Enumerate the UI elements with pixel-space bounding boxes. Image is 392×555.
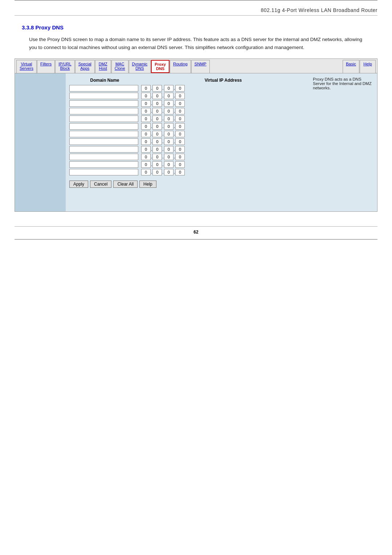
- ip-group-5: . . .: [141, 116, 185, 122]
- domain-input-7[interactable]: [69, 131, 138, 137]
- ip-octet-11-1[interactable]: [141, 161, 151, 168]
- section-title: 3.3.8 Proxy DNS: [22, 24, 377, 31]
- tab-virtual-servers[interactable]: VirtualServers: [16, 60, 37, 73]
- ip-octet-5-4[interactable]: [175, 116, 185, 122]
- tab-dynamic-dns[interactable]: DynamicDNS: [129, 60, 151, 73]
- ip-dot: .: [151, 109, 152, 114]
- ip-octet-12-1[interactable]: [141, 169, 151, 175]
- ip-octet-5-2[interactable]: [152, 116, 162, 122]
- ip-dot: .: [162, 124, 163, 129]
- ip-octet-12-3[interactable]: [164, 169, 173, 175]
- panel-left: [15, 73, 66, 211]
- ip-dot: .: [174, 131, 175, 137]
- domain-input-6[interactable]: [69, 123, 138, 130]
- ip-octet-4-2[interactable]: [152, 108, 162, 114]
- dns-row: . . .: [69, 100, 306, 107]
- ip-group-2: . . .: [141, 93, 185, 99]
- domain-input-12[interactable]: [69, 169, 138, 175]
- ip-dot: .: [162, 86, 163, 91]
- ip-octet-2-4[interactable]: [175, 93, 185, 99]
- ip-dot: .: [151, 154, 152, 159]
- ip-dot: .: [162, 170, 163, 175]
- cancel-button[interactable]: Cancel: [90, 181, 111, 188]
- ip-octet-4-3[interactable]: [164, 108, 173, 114]
- ip-octet-1-3[interactable]: [164, 85, 173, 92]
- dns-row: . . .: [69, 161, 306, 168]
- domain-input-8[interactable]: [69, 138, 138, 145]
- ip-octet-10-4[interactable]: [175, 154, 185, 160]
- ip-octet-6-3[interactable]: [164, 123, 173, 130]
- help-button[interactable]: Help: [139, 181, 156, 188]
- ip-octet-3-4[interactable]: [175, 100, 185, 107]
- ip-octet-3-1[interactable]: [141, 100, 151, 107]
- domain-input-11[interactable]: [69, 161, 138, 168]
- ip-octet-4-1[interactable]: [141, 108, 151, 114]
- ip-octet-2-2[interactable]: [152, 93, 162, 99]
- ip-dot: .: [151, 131, 152, 137]
- apply-button[interactable]: Apply: [69, 181, 88, 188]
- ip-octet-8-1[interactable]: [141, 138, 151, 145]
- ip-dot: .: [174, 139, 175, 144]
- ip-octet-10-1[interactable]: [141, 154, 151, 160]
- ip-octet-7-3[interactable]: [164, 131, 173, 137]
- ip-octet-9-4[interactable]: [175, 146, 185, 153]
- dns-row: . . .: [69, 146, 306, 153]
- ip-octet-9-1[interactable]: [141, 146, 151, 153]
- ip-dot: .: [151, 101, 152, 106]
- ip-octet-6-1[interactable]: [141, 123, 151, 130]
- domain-input-1[interactable]: [69, 85, 138, 92]
- ip-octet-7-2[interactable]: [152, 131, 162, 137]
- ip-octet-11-4[interactable]: [175, 161, 185, 168]
- ip-octet-9-3[interactable]: [164, 146, 173, 153]
- ip-octet-8-4[interactable]: [175, 138, 185, 145]
- tab-proxy-dns[interactable]: ProxyDNS: [151, 60, 170, 73]
- ip-octet-10-2[interactable]: [152, 154, 162, 160]
- ip-octet-9-2[interactable]: [152, 146, 162, 153]
- ip-octet-12-4[interactable]: [175, 169, 185, 175]
- clear-all-button[interactable]: Clear All: [113, 181, 138, 188]
- ip-octet-7-1[interactable]: [141, 131, 151, 137]
- domain-input-2[interactable]: [69, 93, 138, 99]
- domain-input-4[interactable]: [69, 108, 138, 114]
- ip-group-7: . . .: [141, 131, 185, 137]
- ip-octet-11-2[interactable]: [152, 161, 162, 168]
- tab-routing[interactable]: Routing: [170, 60, 191, 73]
- domain-input-10[interactable]: [69, 154, 138, 160]
- domain-input-5[interactable]: [69, 116, 138, 122]
- ip-octet-12-2[interactable]: [152, 169, 162, 175]
- ip-octet-1-4[interactable]: [175, 85, 185, 92]
- button-row: Apply Cancel Clear All Help: [69, 181, 306, 188]
- ip-octet-1-2[interactable]: [152, 85, 162, 92]
- ip-octet-3-3[interactable]: [164, 100, 173, 107]
- tab-dmz-host[interactable]: DMZHost: [95, 60, 111, 73]
- tab-filters[interactable]: Filters: [37, 60, 55, 73]
- tab-help[interactable]: Help: [360, 60, 376, 73]
- ip-octet-2-3[interactable]: [164, 93, 173, 99]
- ip-octet-7-4[interactable]: [175, 131, 185, 137]
- ip-octet-5-1[interactable]: [141, 116, 151, 122]
- tab-special-apps[interactable]: SpecialApps: [75, 60, 95, 73]
- nav-tabs-row: VirtualServers Filters IP/URLBlock Speci…: [15, 59, 377, 73]
- panel-content: Domain Name Virtual IP Address . . .: [15, 73, 377, 211]
- ip-dot: .: [162, 101, 163, 106]
- ip-octet-10-3[interactable]: [164, 154, 173, 160]
- tab-snmp[interactable]: SNMP: [191, 60, 210, 73]
- tab-ip-url-block[interactable]: IP/URLBlock: [55, 60, 74, 73]
- ip-octet-4-4[interactable]: [175, 108, 185, 114]
- tab-mac-clone[interactable]: MACClone: [111, 60, 128, 73]
- domain-input-3[interactable]: [69, 100, 138, 107]
- ip-octet-5-3[interactable]: [164, 116, 173, 122]
- tab-basic[interactable]: Basic: [343, 60, 359, 73]
- ip-octet-8-2[interactable]: [152, 138, 162, 145]
- ip-octet-1-1[interactable]: [141, 85, 151, 92]
- ip-octet-6-2[interactable]: [152, 123, 162, 130]
- ip-dot: .: [174, 147, 175, 152]
- ip-dot: .: [174, 101, 175, 106]
- ip-octet-3-2[interactable]: [152, 100, 162, 107]
- ip-octet-2-1[interactable]: [141, 93, 151, 99]
- ip-octet-6-4[interactable]: [175, 123, 185, 130]
- ip-group-1: . . .: [141, 85, 185, 92]
- ip-octet-8-3[interactable]: [164, 138, 173, 145]
- domain-input-9[interactable]: [69, 146, 138, 153]
- ip-octet-11-3[interactable]: [164, 161, 173, 168]
